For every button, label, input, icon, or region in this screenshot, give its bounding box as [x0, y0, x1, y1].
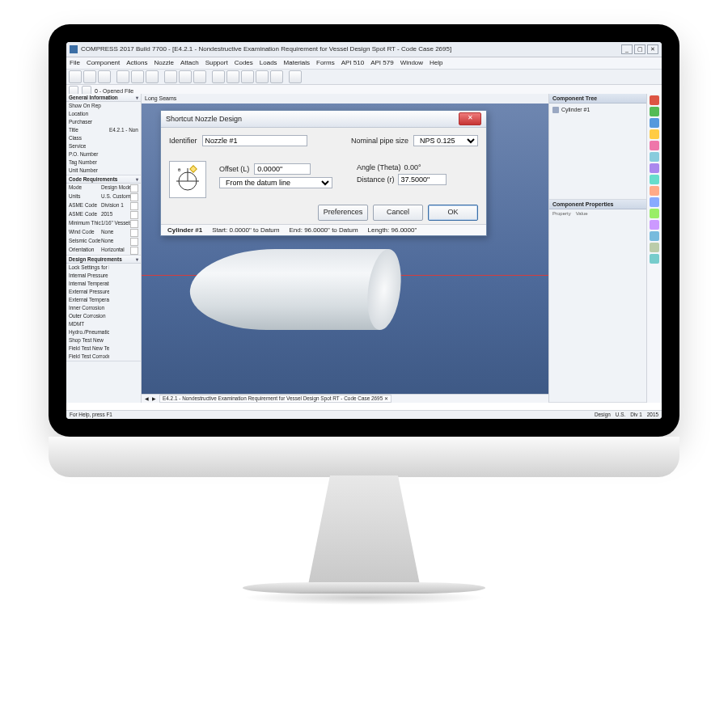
datum-select[interactable]: From the datum line: [219, 177, 332, 188]
palette-color-icon[interactable]: [650, 141, 659, 150]
cancel-button[interactable]: Cancel: [373, 205, 423, 221]
palette-color-icon[interactable]: [650, 118, 659, 128]
palette-color-icon[interactable]: [650, 197, 659, 207]
menu-api579[interactable]: API 579: [370, 57, 393, 69]
prop-edit-icon[interactable]: [130, 184, 138, 192]
doc-tab-next[interactable]: ▶: [152, 395, 156, 402]
preferences-button[interactable]: Preferences: [318, 205, 368, 221]
tool-new-icon[interactable]: [69, 70, 82, 83]
palette-color-icon[interactable]: [650, 254, 659, 264]
menu-file[interactable]: File: [70, 57, 80, 69]
component-props-header[interactable]: Component Properties: [549, 200, 646, 209]
prop-edit-icon[interactable]: [130, 202, 138, 210]
window-minimize[interactable]: _: [621, 44, 633, 54]
prop-row[interactable]: Tag Number: [66, 158, 141, 167]
prop-edit-icon[interactable]: [130, 211, 138, 219]
palette-color-icon[interactable]: [650, 152, 659, 162]
distance-input[interactable]: [398, 174, 447, 185]
menu-component[interactable]: Component: [87, 57, 120, 69]
menu-forms[interactable]: Forms: [316, 57, 335, 69]
prop-edit-icon[interactable]: [130, 220, 138, 228]
prop-row[interactable]: TitleE4.2.1 - Nond..: [66, 126, 141, 134]
panel-general-header[interactable]: General Information: [66, 94, 141, 102]
prop-row[interactable]: Internal Temperature: [66, 280, 141, 288]
tool-undo-icon[interactable]: [131, 70, 144, 83]
pipesize-select[interactable]: NPS 0.125: [413, 135, 478, 146]
prop-row[interactable]: Seismic CodeNone: [66, 237, 141, 246]
prop-row[interactable]: Show On Rep: [66, 102, 141, 110]
menu-nozzle[interactable]: Nozzle: [154, 57, 173, 69]
dialog-titlebar[interactable]: Shortcut Nozzle Design ✕: [161, 111, 486, 128]
prop-row[interactable]: Wind CodeNone: [66, 228, 141, 237]
tool-pan-icon[interactable]: [241, 70, 254, 83]
window-maximize[interactable]: ▢: [634, 44, 645, 54]
tool-zoom-icon[interactable]: [226, 70, 239, 83]
panel-code-header[interactable]: Code Requirements: [66, 175, 141, 184]
prop-row[interactable]: Minimum Thic..1/16" Vessels: [66, 219, 141, 228]
tool-print-icon[interactable]: [116, 70, 129, 83]
prop-row[interactable]: Unit Number: [66, 167, 141, 175]
prop-row[interactable]: ModeDesign Mode: [66, 184, 141, 192]
menu-help[interactable]: Help: [430, 57, 442, 69]
tree-node-cylinder[interactable]: Cylinder #1: [552, 105, 643, 114]
menu-attach[interactable]: Attach: [180, 57, 199, 69]
prop-row[interactable]: ASME CodeDivision 1: [66, 201, 141, 210]
menu-materials[interactable]: Materials: [284, 57, 310, 69]
dialog-close-icon[interactable]: ✕: [459, 112, 481, 125]
prop-row[interactable]: Location: [66, 110, 141, 118]
prop-row[interactable]: Class: [66, 134, 141, 142]
prop-row[interactable]: Field Test New Te..: [66, 344, 141, 353]
palette-color-icon[interactable]: [650, 186, 659, 196]
menu-support[interactable]: Support: [205, 57, 228, 69]
menu-loads[interactable]: Loads: [260, 57, 277, 69]
tool-rotate-icon[interactable]: [256, 70, 269, 83]
tool-redo-icon[interactable]: [146, 70, 159, 83]
palette-color-icon[interactable]: [650, 163, 659, 173]
tool-cut-icon[interactable]: [164, 70, 177, 83]
menu-actions[interactable]: Actions: [126, 57, 147, 69]
prop-edit-icon[interactable]: [130, 229, 138, 237]
window-close[interactable]: ✕: [647, 44, 658, 54]
prop-row[interactable]: ASME Code2015: [66, 210, 141, 219]
palette-color-icon[interactable]: [650, 243, 659, 252]
prop-row[interactable]: Shop Test New: [66, 336, 141, 344]
prop-row[interactable]: Outer Corrosion: [66, 312, 141, 320]
prop-edit-icon[interactable]: [130, 247, 138, 255]
prop-row[interactable]: P.O. Number: [66, 150, 141, 158]
palette-color-icon[interactable]: [650, 107, 659, 116]
tool-fit-icon[interactable]: [270, 70, 283, 83]
ok-button[interactable]: OK: [428, 205, 478, 221]
prop-row[interactable]: OrientationHorizontal: [66, 246, 141, 255]
tool-help-icon[interactable]: [289, 70, 302, 83]
prop-row[interactable]: Hydro./Pneumatic T..: [66, 328, 141, 336]
prop-row[interactable]: Inner Corrosion: [66, 304, 141, 312]
menu-api510[interactable]: API 510: [341, 57, 364, 69]
cylinder-model[interactable]: [186, 249, 389, 330]
tool-paste-icon[interactable]: [193, 70, 206, 83]
palette-color-icon[interactable]: [650, 220, 659, 230]
prop-row[interactable]: External Temperature: [66, 296, 141, 304]
prop-row[interactable]: Service: [66, 142, 141, 150]
palette-color-icon[interactable]: [650, 209, 659, 218]
prop-row[interactable]: MDMT: [66, 320, 141, 328]
palette-color-icon[interactable]: [650, 95, 659, 105]
prop-row[interactable]: External Pressure: [66, 288, 141, 296]
prop-row[interactable]: Internal Pressure: [66, 272, 141, 280]
prop-edit-icon[interactable]: [130, 193, 138, 201]
menu-window[interactable]: Window: [400, 57, 423, 69]
identifier-input[interactable]: [202, 135, 307, 146]
palette-color-icon[interactable]: [650, 175, 659, 184]
offset-input[interactable]: [254, 163, 311, 175]
doc-tab-prev[interactable]: ◀: [145, 395, 149, 402]
palette-color-icon[interactable]: [650, 231, 659, 241]
prop-row[interactable]: Field Test Corroded: [66, 353, 141, 361]
tool-copy-icon[interactable]: [179, 70, 192, 83]
prop-row[interactable]: UnitsU.S. Customa..: [66, 192, 141, 201]
doc-tab-current[interactable]: E4.2.1 - Nondestructive Examination Requ…: [159, 395, 392, 403]
prop-row[interactable]: Lock Settings for Indiv..: [66, 264, 141, 272]
tool-view-icon[interactable]: [212, 70, 225, 83]
prop-row[interactable]: Purchaser: [66, 118, 141, 126]
palette-color-icon[interactable]: [650, 129, 659, 139]
panel-design-header[interactable]: Design Requirements: [66, 256, 141, 264]
menu-codes[interactable]: Codes: [235, 57, 253, 69]
